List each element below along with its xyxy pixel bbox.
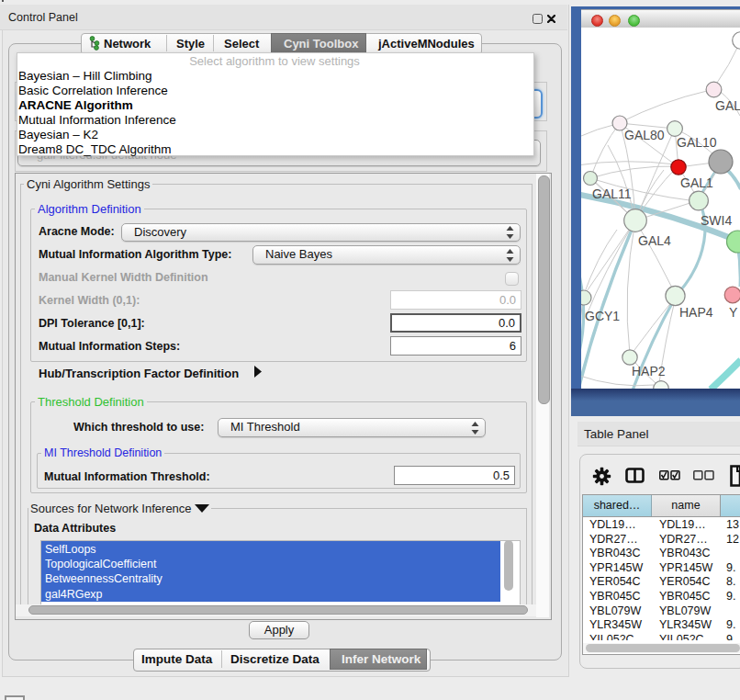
svg-text:GAL1: GAL1 <box>680 175 713 190</box>
svg-text:Y: Y <box>729 305 738 320</box>
svg-text:GAL4: GAL4 <box>638 233 671 248</box>
svg-text:GAL: GAL <box>715 98 740 113</box>
svg-text:GCY1: GCY1 <box>585 309 620 323</box>
svg-text:GAL10: GAL10 <box>677 135 717 150</box>
svg-text:HAP2: HAP2 <box>632 364 666 378</box>
svg-text:HAP4: HAP4 <box>679 305 713 320</box>
svg-text:GAL11: GAL11 <box>592 186 632 201</box>
svg-text:GAL80: GAL80 <box>624 128 665 142</box>
svg-text:SWI4: SWI4 <box>701 213 732 228</box>
